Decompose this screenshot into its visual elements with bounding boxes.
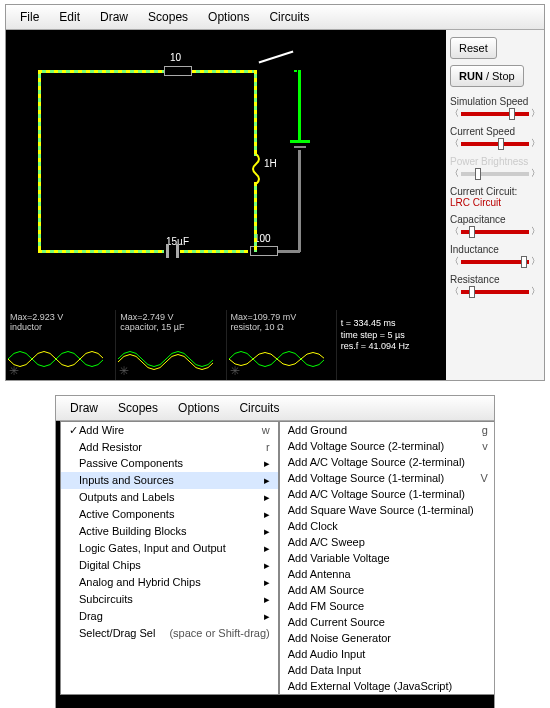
menu-options[interactable]: Options — [198, 7, 259, 27]
inputs-sources-submenu: Add GroundgAdd Voltage Source (2-termina… — [279, 421, 494, 695]
scope-2-desc: capacitor, 15 µF — [120, 322, 221, 332]
menu-item[interactable]: Add Noise Generator — [280, 630, 494, 646]
slider-current-speed[interactable]: 〈〉 — [450, 137, 540, 150]
scope-2[interactable]: Max=2.749 V capacitor, 15 µF ✳ — [116, 310, 226, 380]
menu-item[interactable]: Subcircuits▸ — [61, 591, 278, 608]
slider-label: Power Brightness — [450, 156, 540, 167]
scope-info: t = 334.45 ms time step = 5 µs res.f = 4… — [337, 310, 446, 380]
menu-item[interactable]: Logic Gates, Input and Output▸ — [61, 540, 278, 557]
chevron-right-icon[interactable]: 〉 — [531, 225, 540, 238]
menu-item[interactable]: Add FM Source — [280, 598, 494, 614]
menu-item[interactable]: Passive Components▸ — [61, 455, 278, 472]
menu-item[interactable]: Inputs and Sources▸ — [61, 472, 278, 489]
slider-label: Resistance — [450, 274, 540, 285]
scope-2-max: Max=2.749 V — [120, 312, 221, 322]
draw-menu: ✓Add WirewAdd ResistorrPassive Component… — [60, 421, 279, 695]
scope-3-desc: resistor, 10 Ω — [231, 322, 332, 332]
slider-label: Inductance — [450, 244, 540, 255]
menu-item[interactable]: ✓Add Wirew — [61, 422, 278, 439]
menu-item[interactable]: Add A/C Voltage Source (2-terminal) — [280, 454, 494, 470]
chevron-right-icon[interactable]: 〉 — [531, 137, 540, 150]
resistor-r1[interactable] — [164, 66, 192, 76]
menu-item[interactable]: Add Voltage Source (2-terminal)v — [280, 438, 494, 454]
scope-3[interactable]: Max=109.79 mV resistor, 10 Ω ✳ — [227, 310, 337, 380]
menu-item[interactable]: Add Square Wave Source (1-terminal) — [280, 502, 494, 518]
slider-simulation-speed[interactable]: 〈〉 — [450, 107, 540, 120]
switch[interactable] — [259, 50, 294, 63]
menubar: FileEditDrawScopesOptionsCircuits — [6, 5, 544, 30]
slider-power-brightness: 〈〉 — [450, 167, 540, 180]
chevron-left-icon[interactable]: 〈 — [450, 137, 459, 150]
menu-item[interactable]: Add Voltage Source (1-terminal)V — [280, 470, 494, 486]
slider-resistance[interactable]: 〈〉 — [450, 285, 540, 298]
run-stop-button[interactable]: RUN / Stop — [450, 65, 524, 87]
chevron-right-icon[interactable]: 〉 — [531, 107, 540, 120]
reset-button[interactable]: Reset — [450, 37, 497, 59]
slider-label: Current Speed — [450, 126, 540, 137]
menu-item[interactable]: Analog and Hybrid Chips▸ — [61, 574, 278, 591]
scope-1[interactable]: Max=2.923 V inductor ✳ — [6, 310, 116, 380]
chevron-left-icon[interactable]: 〈 — [450, 225, 459, 238]
scope-area: Max=2.923 V inductor ✳ Max=2.749 V capac… — [6, 310, 446, 380]
scope-3-max: Max=109.79 mV — [231, 312, 332, 322]
menu-item[interactable]: Add Data Input — [280, 662, 494, 678]
chevron-right-icon[interactable]: 〉 — [531, 167, 540, 180]
menu-circuits[interactable]: Circuits — [229, 398, 289, 418]
chevron-right-icon[interactable]: 〉 — [531, 255, 540, 268]
menu-item[interactable]: Add Groundg — [280, 422, 494, 438]
menu-item[interactable]: Outputs and Labels▸ — [61, 489, 278, 506]
menu-options[interactable]: Options — [168, 398, 229, 418]
slider-capacitance[interactable]: 〈〉 — [450, 225, 540, 238]
menu-scopes[interactable]: Scopes — [138, 7, 198, 27]
menu-item[interactable]: Add Variable Voltage — [280, 550, 494, 566]
menu-item[interactable]: Select/Drag Sel(space or Shift-drag) — [61, 625, 278, 641]
current-circuit-label: Current Circuit: — [450, 186, 540, 197]
menu-item[interactable]: Active Components▸ — [61, 506, 278, 523]
menu-draw[interactable]: Draw — [90, 7, 138, 27]
menu-item[interactable]: Add Resistorr — [61, 439, 278, 455]
menu-item[interactable]: Active Building Blocks▸ — [61, 523, 278, 540]
menu-item[interactable]: Add Antenna — [280, 566, 494, 582]
menu-item[interactable]: Add A/C Voltage Source (1-terminal) — [280, 486, 494, 502]
menu-item[interactable]: Add Audio Input — [280, 646, 494, 662]
inductor-label: 1H — [264, 158, 277, 169]
menu-item[interactable]: Drag▸ — [61, 608, 278, 625]
menu-edit[interactable]: Edit — [49, 7, 90, 27]
chevron-left-icon[interactable]: 〈 — [450, 285, 459, 298]
menu-item[interactable]: Add A/C Sweep — [280, 534, 494, 550]
current-circuit-name: LRC Circuit — [450, 197, 540, 208]
menu-item[interactable]: Add AM Source — [280, 582, 494, 598]
menu-item[interactable]: Add Clock — [280, 518, 494, 534]
scope-1-desc: inductor — [10, 322, 111, 332]
chevron-left-icon[interactable]: 〈 — [450, 107, 459, 120]
sidebar: Reset RUN / Stop Simulation Speed〈〉Curre… — [446, 30, 544, 380]
resistor-r1-label: 10 — [170, 52, 181, 63]
circuit-canvas-2[interactable]: ✓Add WirewAdd ResistorrPassive Component… — [56, 421, 494, 708]
chevron-left-icon[interactable]: 〈 — [450, 167, 459, 180]
chevron-left-icon[interactable]: 〈 — [450, 255, 459, 268]
menu-circuits[interactable]: Circuits — [259, 7, 319, 27]
inductor-coil[interactable] — [250, 154, 262, 184]
menu-file[interactable]: File — [10, 7, 49, 27]
gear-icon[interactable]: ✳ — [9, 364, 19, 378]
slider-inductance[interactable]: 〈〉 — [450, 255, 540, 268]
menu-draw[interactable]: Draw — [60, 398, 108, 418]
circuit-canvas[interactable]: 10 15µF 100 1H — [6, 30, 446, 380]
menu-item[interactable]: Add External Voltage (JavaScript) — [280, 678, 494, 694]
gear-icon[interactable]: ✳ — [119, 364, 129, 378]
menu-item[interactable]: Add Current Source — [280, 614, 494, 630]
gear-icon[interactable]: ✳ — [230, 364, 240, 378]
menu-scopes[interactable]: Scopes — [108, 398, 168, 418]
slider-label: Simulation Speed — [450, 96, 540, 107]
menu-item[interactable]: Digital Chips▸ — [61, 557, 278, 574]
slider-label: Capacitance — [450, 214, 540, 225]
chevron-right-icon[interactable]: 〉 — [531, 285, 540, 298]
scope-1-max: Max=2.923 V — [10, 312, 111, 322]
menubar-2: DrawScopesOptionsCircuits — [56, 396, 494, 421]
